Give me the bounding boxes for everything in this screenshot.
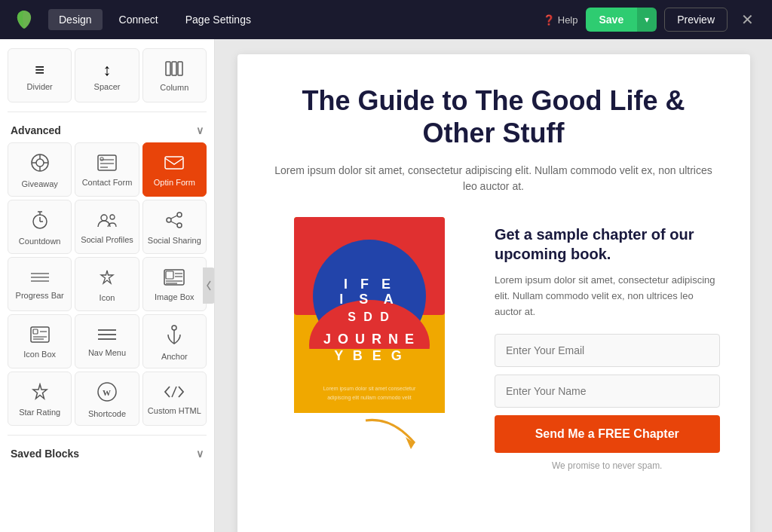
optin-description: Lorem ipsum dolor sit amet, consectetur … [495, 273, 720, 320]
svg-rect-14 [165, 157, 183, 169]
preview-button[interactable]: Preview [664, 8, 728, 32]
two-column-layout: I F E I S A S D D J O U R N E Y B E G Lo… [268, 217, 720, 470]
page-title: The Guide to The Good Life & Other Stuff [268, 84, 720, 149]
social-sharing-icon [165, 211, 183, 232]
nav-menu-icon [97, 328, 117, 344]
widget-icon-box[interactable]: Icon Box [8, 314, 72, 368]
divider-label: Divider [27, 82, 53, 92]
submit-button[interactable]: Send Me a FREE Chapter [495, 415, 720, 453]
svg-point-4 [36, 159, 44, 167]
widget-image-box[interactable]: Image Box [142, 257, 207, 311]
icon-box-icon [30, 326, 50, 346]
advanced-row-2: Countdown Social Profiles [8, 200, 207, 254]
widget-custom-html[interactable]: Custom HTML [142, 371, 207, 426]
widget-divider[interactable]: ≡ Divider [8, 48, 72, 102]
nav-tab-connect[interactable]: Connect [109, 9, 169, 30]
svg-point-22 [177, 212, 182, 217]
custom-html-icon [164, 384, 185, 402]
help-label: Help [558, 14, 578, 26]
svg-point-20 [101, 215, 107, 221]
widget-shortcode[interactable]: W Shortcode [75, 371, 139, 426]
column-label: Column [160, 83, 188, 93]
svg-point-21 [110, 215, 115, 219]
svg-text:W: W [103, 388, 111, 397]
widget-anchor[interactable]: Anchor [142, 314, 207, 368]
progress-bar-label: Progress Bar [16, 291, 64, 301]
image-box-icon [164, 269, 185, 289]
advanced-chevron-icon: ∨ [196, 124, 204, 136]
column-icon [165, 61, 183, 79]
icon-label: Icon [100, 293, 115, 303]
widget-star-rating[interactable]: Star Rating [8, 371, 72, 426]
widget-progress-bar[interactable]: Progress Bar [8, 257, 72, 311]
nav-tab-page-settings[interactable]: Page Settings [175, 9, 262, 30]
close-button[interactable]: ✕ [735, 8, 760, 32]
svg-text:J O U R N E: J O U R N E [323, 332, 415, 347]
save-button-group: Save ▾ [586, 8, 657, 32]
widget-nav-menu[interactable]: Nav Menu [75, 314, 139, 368]
social-profiles-icon [96, 212, 118, 231]
svg-text:Y B E G: Y B E G [334, 348, 405, 363]
svg-line-25 [171, 216, 177, 219]
advanced-row-4: Icon Box Nav Menu [8, 314, 207, 368]
widget-column[interactable]: Column [142, 48, 207, 102]
star-rating-icon [31, 383, 49, 404]
svg-point-23 [167, 218, 171, 222]
optin-heading: Get a sample chapter of our upcoming boo… [495, 225, 720, 264]
widget-giveaway[interactable]: Giveaway [8, 142, 72, 197]
top-navigation: Design Connect Page Settings ❓ Help Save… [0, 0, 772, 39]
column-right: Get a sample chapter of our upcoming boo… [495, 217, 720, 470]
topnav-right: ❓ Help Save ▾ Preview ✕ [543, 8, 760, 32]
svg-line-48 [172, 387, 176, 397]
icon-box-label: Icon Box [23, 350, 56, 359]
help-button[interactable]: ❓ Help [543, 14, 578, 26]
save-dropdown-button[interactable]: ▾ [637, 8, 657, 32]
svg-text:adipiscing elit nullam commodo: adipiscing elit nullam commodo velit [327, 395, 412, 401]
anchor-label: Anchor [161, 352, 188, 362]
saved-blocks-section: Saved Blocks ∨ [0, 439, 214, 466]
shortcode-label: Shortcode [88, 409, 126, 419]
nav-tab-design[interactable]: Design [48, 9, 103, 30]
advanced-section-header[interactable]: Advanced ∨ [0, 115, 214, 142]
custom-html-label: Custom HTML [148, 406, 201, 416]
spam-note: We promise to never spam. [495, 460, 720, 471]
svg-text:S D D: S D D [348, 310, 391, 323]
widget-social-sharing[interactable]: Social Sharing [142, 200, 207, 254]
spacer-icon: ↕ [103, 62, 111, 78]
svg-rect-2 [178, 62, 182, 75]
widget-social-profiles[interactable]: Social Profiles [75, 200, 139, 254]
star-rating-label: Star Rating [19, 408, 60, 417]
progress-bar-icon [30, 271, 50, 287]
page-canvas: The Guide to The Good Life & Other Stuff… [237, 54, 750, 532]
main-area: ≡ Divider ↕ Spacer Column [0, 39, 772, 532]
widget-spacer[interactable]: ↕ Spacer [75, 48, 139, 102]
sidebar: ≡ Divider ↕ Spacer Column [0, 39, 215, 532]
svg-text:Lorem ipsum dolor sit amet con: Lorem ipsum dolor sit amet consectetur [323, 386, 416, 392]
svg-rect-0 [166, 62, 170, 75]
svg-line-26 [171, 222, 177, 225]
widget-contact-form[interactable]: Contact Form [75, 142, 139, 197]
column-left: I F E I S A S D D J O U R N E Y B E G Lo… [268, 217, 472, 457]
page-subtitle: Lorem ipsum dolor sit amet, consectetur … [268, 163, 720, 194]
giveaway-label: Giveaway [22, 179, 58, 189]
basic-widget-group: ≡ Divider ↕ Spacer Column [0, 39, 214, 109]
optin-form-label: Optin Form [154, 178, 195, 188]
anchor-icon [165, 324, 183, 348]
svg-point-44 [172, 326, 176, 330]
widget-countdown[interactable]: Countdown [8, 200, 72, 254]
help-icon: ❓ [543, 14, 555, 26]
canvas-area: The Guide to The Good Life & Other Stuff… [215, 39, 772, 532]
widget-optin-form[interactable]: Optin Form [142, 142, 207, 197]
saved-blocks-header[interactable]: Saved Blocks ∨ [0, 439, 214, 466]
name-input[interactable] [495, 375, 720, 408]
svg-rect-37 [33, 329, 38, 334]
widget-icon[interactable]: Icon [75, 257, 139, 311]
canvas-inner: The Guide to The Good Life & Other Stuff… [237, 54, 750, 494]
sidebar-divider-2 [8, 435, 207, 436]
svg-point-24 [177, 223, 182, 228]
email-input[interactable] [495, 334, 720, 367]
save-button[interactable]: Save [586, 8, 638, 32]
logo-icon [12, 8, 36, 32]
sidebar-collapse-handle[interactable] [203, 268, 215, 304]
shortcode-icon: W [96, 381, 118, 405]
